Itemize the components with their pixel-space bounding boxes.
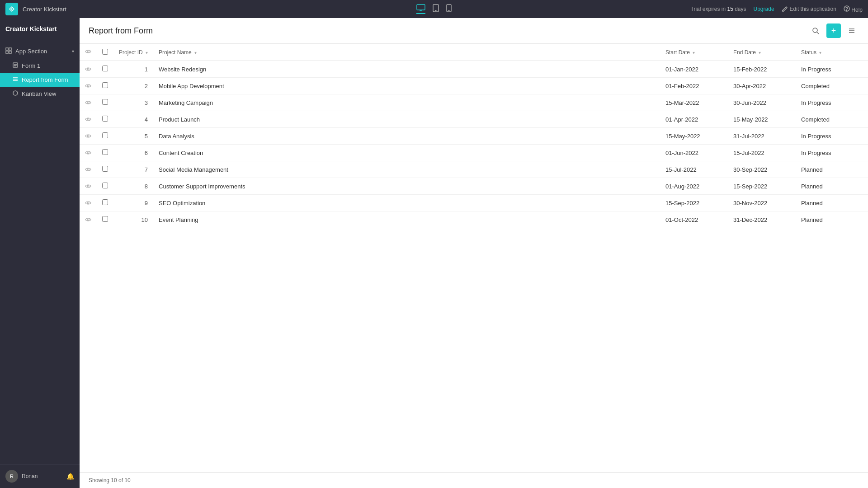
end-date-label: End Date bbox=[733, 49, 756, 56]
row-checkbox-cell[interactable] bbox=[97, 128, 113, 145]
start-date-sort-icon: ▾ bbox=[693, 50, 695, 55]
col-header-status[interactable]: Status ▾ bbox=[796, 44, 868, 61]
upgrade-link[interactable]: Upgrade bbox=[754, 6, 774, 12]
sidebar-nav: App Section ▾ Form 1 Report from Form bbox=[0, 40, 80, 464]
project-id-sort-icon: ▾ bbox=[146, 50, 148, 55]
row-checkbox-cell[interactable] bbox=[97, 178, 113, 195]
row-checkbox[interactable] bbox=[102, 99, 108, 105]
col-header-project-name[interactable]: Project Name ▾ bbox=[153, 44, 660, 61]
row-project-name: Marketing Campaign bbox=[153, 94, 660, 111]
more-options-button[interactable] bbox=[844, 23, 859, 38]
sidebar-item-kanban[interactable]: Kanban View bbox=[0, 87, 80, 101]
row-end-date: 30-Apr-2022 bbox=[728, 78, 796, 94]
row-checkbox[interactable] bbox=[102, 199, 108, 205]
form1-icon bbox=[13, 62, 18, 69]
table-row: 5 Data Analysis 15-May-2022 31-Jul-2022 … bbox=[80, 128, 868, 145]
row-end-date: 30-Nov-2022 bbox=[728, 195, 796, 211]
row-end-date: 15-Sep-2022 bbox=[728, 178, 796, 195]
row-checkbox[interactable] bbox=[102, 132, 108, 138]
row-start-date: 01-Feb-2022 bbox=[660, 78, 728, 94]
section-chevron-icon: ▾ bbox=[72, 49, 74, 54]
row-project-name: Event Planning bbox=[153, 211, 660, 228]
view-switcher bbox=[416, 4, 452, 14]
row-project-id: 3 bbox=[113, 94, 153, 111]
topbar: Creator Kickstart Trial expires in 15 da… bbox=[0, 0, 868, 18]
row-status: Planned bbox=[796, 195, 868, 211]
sidebar-item-form1[interactable]: Form 1 bbox=[0, 59, 80, 73]
row-eye-cell[interactable] bbox=[80, 195, 97, 211]
row-status: In Progress bbox=[796, 94, 868, 111]
col-header-checkbox[interactable] bbox=[97, 44, 113, 61]
row-eye-cell[interactable] bbox=[80, 211, 97, 228]
row-checkbox[interactable] bbox=[102, 149, 108, 155]
row-eye-cell[interactable] bbox=[80, 78, 97, 94]
table-row: 8 Customer Support Improvements 01-Aug-2… bbox=[80, 178, 868, 195]
table-row: 4 Product Launch 01-Apr-2022 15-May-2022… bbox=[80, 111, 868, 128]
table-footer: Showing 10 of 10 bbox=[80, 472, 868, 488]
tablet-view-icon[interactable] bbox=[433, 4, 439, 14]
row-checkbox-cell[interactable] bbox=[97, 211, 113, 228]
data-table-container: Project ID ▾ Project Name ▾ Start Date ▾ bbox=[80, 44, 868, 472]
row-checkbox[interactable] bbox=[102, 183, 108, 188]
row-eye-cell[interactable] bbox=[80, 145, 97, 161]
svg-point-34 bbox=[87, 219, 89, 221]
row-checkbox[interactable] bbox=[102, 66, 108, 71]
table-row: 6 Content Creation 01-Jun-2022 15-Jul-20… bbox=[80, 145, 868, 161]
sidebar-section-app[interactable]: App Section ▾ bbox=[0, 44, 80, 59]
row-checkbox-cell[interactable] bbox=[97, 145, 113, 161]
row-eye-cell[interactable] bbox=[80, 94, 97, 111]
row-checkbox[interactable] bbox=[102, 82, 108, 88]
row-project-id: 9 bbox=[113, 195, 153, 211]
mobile-view-icon[interactable] bbox=[446, 4, 452, 14]
row-checkbox-cell[interactable] bbox=[97, 61, 113, 78]
row-checkbox[interactable] bbox=[102, 216, 108, 222]
sidebar-item-report[interactable]: Report from Form bbox=[0, 73, 80, 87]
row-project-name: SEO Optimization bbox=[153, 195, 660, 211]
row-checkbox-cell[interactable] bbox=[97, 161, 113, 178]
row-start-date: 15-Mar-2022 bbox=[660, 94, 728, 111]
search-button[interactable] bbox=[808, 23, 823, 38]
desktop-view-icon[interactable] bbox=[416, 4, 425, 14]
row-checkbox-cell[interactable] bbox=[97, 78, 113, 94]
row-eye-cell[interactable] bbox=[80, 128, 97, 145]
app-section-icon bbox=[5, 47, 12, 55]
row-eye-cell[interactable] bbox=[80, 161, 97, 178]
row-eye-cell[interactable] bbox=[80, 111, 97, 128]
row-checkbox[interactable] bbox=[102, 166, 108, 172]
row-project-name: Mobile App Development bbox=[153, 78, 660, 94]
svg-point-26 bbox=[87, 85, 89, 87]
edit-app-button[interactable]: Edit this application bbox=[782, 6, 836, 12]
row-start-date: 01-Apr-2022 bbox=[660, 111, 728, 128]
col-header-project-id[interactable]: Project ID ▾ bbox=[113, 44, 153, 61]
row-project-id: 5 bbox=[113, 128, 153, 145]
table-header-row: Project ID ▾ Project Name ▾ Start Date ▾ bbox=[80, 44, 868, 61]
col-header-end-date[interactable]: End Date ▾ bbox=[728, 44, 796, 61]
table-row: 3 Marketing Campaign 15-Mar-2022 30-Jun-… bbox=[80, 94, 868, 111]
row-project-id: 8 bbox=[113, 178, 153, 195]
svg-point-28 bbox=[87, 118, 89, 120]
row-status: Planned bbox=[796, 178, 868, 195]
row-start-date: 01-Aug-2022 bbox=[660, 178, 728, 195]
notification-icon[interactable]: 🔔 bbox=[66, 473, 74, 480]
row-project-id: 2 bbox=[113, 78, 153, 94]
row-project-name: Product Launch bbox=[153, 111, 660, 128]
row-checkbox[interactable] bbox=[102, 116, 108, 122]
row-end-date: 15-Feb-2022 bbox=[728, 61, 796, 78]
row-start-date: 01-Jan-2022 bbox=[660, 61, 728, 78]
row-eye-cell[interactable] bbox=[80, 178, 97, 195]
add-record-button[interactable]: + bbox=[826, 23, 841, 38]
col-header-eye bbox=[80, 44, 97, 61]
row-checkbox-cell[interactable] bbox=[97, 94, 113, 111]
svg-point-29 bbox=[87, 135, 89, 137]
row-checkbox-cell[interactable] bbox=[97, 195, 113, 211]
col-header-start-date[interactable]: Start Date ▾ bbox=[660, 44, 728, 61]
help-button[interactable]: Help bbox=[844, 5, 863, 13]
row-project-id: 6 bbox=[113, 145, 153, 161]
row-eye-cell[interactable] bbox=[80, 61, 97, 78]
showing-count: Showing 10 of 10 bbox=[89, 477, 131, 483]
select-all-checkbox[interactable] bbox=[102, 49, 108, 55]
row-status: Planned bbox=[796, 161, 868, 178]
row-checkbox-cell[interactable] bbox=[97, 111, 113, 128]
row-end-date: 30-Sep-2022 bbox=[728, 161, 796, 178]
sidebar-item-report-label: Report from Form bbox=[22, 76, 68, 83]
